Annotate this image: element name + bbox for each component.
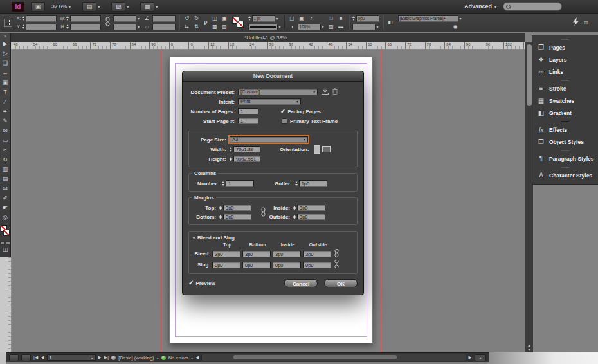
panel-button-layers[interactable]: ❖Layers [532, 53, 598, 66]
stroke-type-dropdown[interactable] [248, 24, 278, 30]
wrap-jump-icon[interactable]: ▬ [337, 24, 345, 30]
panel-button-effects[interactable]: fxEffects [532, 123, 598, 136]
stepper-icon[interactable] [219, 215, 222, 219]
line-tool[interactable]: ∕ [0, 97, 10, 107]
start-page-field[interactable]: 1 [238, 118, 258, 124]
pen-tool[interactable]: ✒ [0, 107, 10, 116]
status-toolbar-icon-1[interactable] [9, 354, 19, 361]
toolbar-fill-stroke-swatches[interactable] [0, 224, 10, 241]
margin-inside-field[interactable]: 3p0 [297, 205, 325, 211]
center-content-icon[interactable]: ▩ [211, 24, 219, 30]
document-tab[interactable]: *Untitled-1 @ 38% [6, 33, 525, 43]
view-options-button[interactable]: ▤ ▾ [82, 2, 100, 12]
height-field[interactable]: 99p2.551 [233, 156, 260, 162]
ok-button[interactable]: OK [324, 279, 358, 287]
portrait-orientation-icon[interactable] [314, 145, 320, 154]
gap-tool[interactable]: ↔ [0, 68, 10, 78]
disclosure-triangle-icon[interactable]: ▾ [193, 235, 195, 240]
checkbox-unchecked-icon[interactable] [282, 118, 287, 124]
stroke-swatch-none-icon[interactable] [237, 21, 244, 28]
panel-button-pages[interactable]: ❐Pages [532, 41, 598, 53]
shear-angle-field[interactable] [152, 24, 176, 30]
stepper-icon[interactable] [230, 147, 232, 152]
margin-bottom-field[interactable]: 3p0 [223, 214, 251, 220]
scroll-down-icon[interactable]: ▼ [525, 348, 533, 352]
constrain-proportions-icon[interactable] [105, 17, 110, 29]
stepper-icon[interactable] [219, 206, 222, 210]
preflight-profile-dropdown[interactable]: [Basic] (working) [118, 355, 154, 361]
fit-frame-icon[interactable]: ▣ [221, 15, 229, 22]
delete-preset-icon[interactable] [332, 88, 338, 96]
margin-outside-field[interactable]: 3p0 [297, 214, 325, 220]
fill-stroke-swatches[interactable] [232, 17, 245, 28]
panel-button-links[interactable]: ∞Links [532, 66, 598, 78]
direct-selection-tool[interactable]: ▷ [0, 49, 10, 59]
zoom-level-dropdown[interactable]: 37.6% ▾ [51, 3, 71, 10]
intent-dropdown[interactable]: Print ▾ [238, 98, 301, 105]
landscape-orientation-icon[interactable] [322, 146, 331, 152]
horizontal-scrollbar[interactable] [201, 354, 466, 361]
zoom-tool[interactable]: ◎ [0, 213, 10, 223]
bleed-outside-field[interactable]: 3p0 [303, 251, 331, 257]
select-container-button[interactable]: P [204, 19, 208, 26]
fill-frame-icon[interactable]: ▨ [221, 24, 229, 30]
arrange-documents-button[interactable]: ▦ ▾ [140, 2, 158, 12]
bleed-link-icon[interactable] [334, 249, 339, 259]
width-field[interactable]: 70p1.89 [233, 146, 260, 152]
bleed-bottom-field[interactable]: 3p0 [242, 251, 271, 257]
reference-point-proxy[interactable] [4, 19, 12, 27]
stroke-swatch-icon[interactable] [3, 230, 10, 236]
stepper-icon[interactable] [222, 181, 224, 186]
scroll-up-icon[interactable]: ▲ [525, 343, 533, 347]
slug-inside-field[interactable]: 0p0 [273, 262, 301, 268]
next-page-button[interactable]: ▶ [98, 355, 102, 360]
opacity-field[interactable]: 100% [298, 24, 321, 30]
panel-button-object-styles[interactable]: ❒Object Styles [532, 136, 598, 148]
panel-button-swatches[interactable]: ▦Swatches [532, 95, 598, 107]
bleed-inside-field[interactable]: 3p0 [273, 251, 301, 257]
scroll-left-icon[interactable]: ◀ [195, 355, 199, 360]
flip-horizontal-icon[interactable]: ⇆ [183, 24, 191, 30]
first-page-button[interactable]: |◀ [33, 355, 38, 360]
effects-icon[interactable]: ▢ [288, 15, 296, 22]
gradient-swatch-tool[interactable]: ▥ [0, 165, 10, 174]
stepper-icon[interactable] [230, 157, 232, 161]
save-preset-icon[interactable] [322, 88, 329, 96]
normal-view-mode-button[interactable]: ◫ [0, 245, 10, 255]
fit-content-icon[interactable]: ◫ [211, 15, 219, 22]
type-tool[interactable]: T [0, 87, 10, 97]
drop-shadow-icon[interactable]: ▣ [298, 15, 306, 22]
corner-shape-dropdown[interactable] [352, 24, 376, 30]
scissors-tool[interactable]: ✂ [0, 145, 10, 155]
rotate-ccw-icon[interactable]: ↺ [183, 15, 191, 22]
eyedropper-tool[interactable]: ✐ [0, 194, 10, 203]
go-to-bridge-button[interactable]: ▣ [31, 2, 45, 12]
object-style-dropdown[interactable]: [Basic Graphics Frame]+ [398, 15, 458, 22]
y-position-field[interactable] [26, 24, 57, 30]
stepper-icon[interactable] [293, 215, 296, 219]
slug-bottom-field[interactable]: 0p0 [242, 262, 271, 268]
stepper-icon[interactable] [293, 206, 296, 210]
vertical-scrollbar-thumb[interactable] [527, 44, 532, 106]
screen-mode-button[interactable]: ▧ ▾ [111, 2, 129, 12]
h-ruler[interactable]: 4854606672788490061218243036424854606672… [12, 42, 525, 50]
facing-pages-checkbox[interactable]: Facing Pages [287, 109, 321, 114]
page-size-dropdown[interactable]: A3 ▾ [230, 136, 308, 143]
rotation-angle-field[interactable] [152, 15, 176, 22]
free-transform-tool[interactable]: ↻ [0, 155, 10, 165]
split-scroll-button[interactable]: ◂▸ [475, 354, 486, 361]
pencil-tool[interactable]: ✎ [0, 116, 10, 126]
width-field[interactable] [70, 15, 101, 22]
margins-link-icon[interactable] [261, 207, 266, 218]
primary-text-frame-checkbox[interactable]: Primary Text Frame [290, 118, 338, 124]
rectangle-frame-tool[interactable]: ⊠ [0, 126, 10, 136]
workspace-switcher[interactable]: Advanced ▾ [464, 3, 496, 10]
slug-outside-field[interactable]: 0p0 [303, 262, 331, 268]
cancel-button[interactable]: Cancel [284, 279, 318, 287]
stepper-icon[interactable] [352, 16, 355, 21]
dock-group-grip[interactable] [532, 78, 598, 82]
scale-x-field[interactable] [113, 15, 136, 22]
wrap-none-icon[interactable]: □ [327, 15, 336, 22]
gradient-feather-tool[interactable]: ▤ [0, 174, 10, 184]
gutter-field[interactable]: 1p0 [299, 180, 327, 187]
